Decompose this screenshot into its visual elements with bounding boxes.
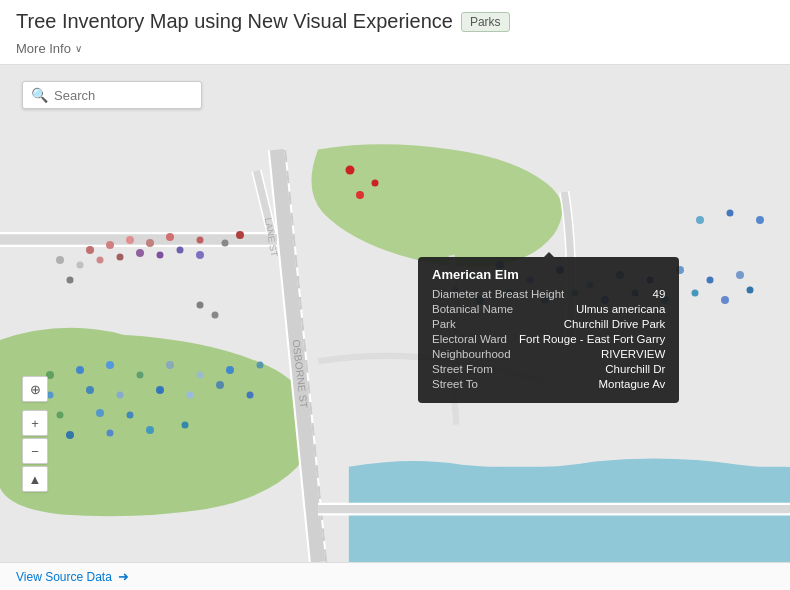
tree-dot[interactable] (146, 426, 154, 434)
tree-dot[interactable] (236, 231, 244, 239)
tooltip-row: ParkChurchill Drive Park (432, 318, 665, 330)
tooltip-value: Fort Rouge - East Fort Garry (519, 333, 665, 345)
tree-dot[interactable] (182, 422, 189, 429)
tree-dot[interactable] (222, 240, 229, 247)
tooltip-row: Diameter at Breast Height49 (432, 288, 665, 300)
tooltip-row: NeighbourhoodRIVERVIEW (432, 348, 665, 360)
tooltip-label: Electoral Ward (432, 333, 507, 345)
chevron-down-icon: ∨ (75, 43, 82, 54)
tree-dot[interactable] (721, 296, 729, 304)
tree-dot[interactable] (67, 277, 74, 284)
tooltip-row: Street FromChurchill Dr (432, 363, 665, 375)
tree-dot[interactable] (696, 216, 704, 224)
tree-dot[interactable] (107, 430, 114, 437)
view-source-link[interactable]: View Source Data (16, 570, 112, 584)
zoom-out-button[interactable]: − (22, 438, 48, 464)
tree-dot[interactable] (707, 277, 714, 284)
tooltip-value: 49 (653, 288, 666, 300)
arrow-icon: ➜ (118, 569, 129, 584)
tree-dot[interactable] (57, 412, 64, 419)
tree-dot[interactable] (692, 290, 699, 297)
tree-dot[interactable] (157, 252, 164, 259)
tree-info-tooltip: American Elm Diameter at Breast Height49… (418, 257, 679, 403)
tree-dot[interactable] (86, 386, 94, 394)
tooltip-row: Street ToMontague Av (432, 378, 665, 390)
tree-dot[interactable] (156, 386, 164, 394)
tree-dot[interactable] (212, 312, 219, 319)
tree-dot[interactable] (756, 216, 764, 224)
compass-button[interactable]: ⊕ (22, 376, 48, 402)
tree-dot[interactable] (197, 372, 204, 379)
more-info-toggle[interactable]: More Info ∨ (16, 37, 774, 64)
tooltip-row: Electoral WardFort Rouge - East Fort Gar… (432, 333, 665, 345)
tree-dot[interactable] (127, 412, 134, 419)
tree-dot[interactable] (727, 210, 734, 217)
tree-dot[interactable] (216, 381, 224, 389)
tree-dot[interactable] (346, 166, 355, 175)
tree-dot[interactable] (137, 372, 144, 379)
tree-dot[interactable] (177, 247, 184, 254)
map-container[interactable]: OSBORNE ST LANE ST 🔍 (0, 65, 790, 562)
tooltip-value: Churchill Dr (605, 363, 665, 375)
tree-dot[interactable] (166, 233, 174, 241)
tooltip-label: Street To (432, 378, 478, 390)
tree-dot[interactable] (356, 191, 364, 199)
tooltip-label: Diameter at Breast Height (432, 288, 564, 300)
tooltip-value: Ulmus americana (576, 303, 665, 315)
tree-dot[interactable] (86, 246, 94, 254)
tooltip-title: American Elm (432, 267, 665, 282)
parks-badge: Parks (461, 12, 510, 32)
tree-dot[interactable] (126, 236, 134, 244)
tooltip-value: RIVERVIEW (601, 348, 665, 360)
map-controls: ⊕ + − ▲ (22, 376, 48, 492)
page-title: Tree Inventory Map using New Visual Expe… (16, 10, 453, 33)
tree-dot[interactable] (117, 254, 124, 261)
tree-dot[interactable] (197, 302, 204, 309)
tree-dot[interactable] (196, 251, 204, 259)
tree-dot[interactable] (56, 256, 64, 264)
tree-dot[interactable] (117, 392, 124, 399)
header: Tree Inventory Map using New Visual Expe… (0, 0, 790, 65)
tree-dot[interactable] (372, 180, 379, 187)
tree-dot[interactable] (77, 262, 84, 269)
tree-dot[interactable] (736, 271, 744, 279)
tree-dot[interactable] (197, 237, 204, 244)
tree-dot[interactable] (106, 361, 114, 369)
search-box[interactable]: 🔍 (22, 81, 202, 109)
tooltip-value: Montague Av (598, 378, 665, 390)
search-input[interactable] (54, 88, 174, 103)
tooltip-label: Botanical Name (432, 303, 513, 315)
tree-dot[interactable] (106, 241, 114, 249)
tree-dot[interactable] (166, 361, 174, 369)
zoom-in-button[interactable]: + (22, 410, 48, 436)
tree-dot[interactable] (257, 362, 264, 369)
tree-dot[interactable] (747, 287, 754, 294)
tree-dot[interactable] (97, 257, 104, 264)
tree-dot[interactable] (146, 239, 154, 247)
tree-dot[interactable] (96, 409, 104, 417)
tooltip-value: Churchill Drive Park (564, 318, 666, 330)
tree-dot[interactable] (76, 366, 84, 374)
tree-dot[interactable] (247, 392, 254, 399)
tree-dot[interactable] (66, 431, 74, 439)
footer: View Source Data ➜ (0, 562, 790, 590)
tooltip-label: Neighbourhood (432, 348, 511, 360)
tooltip-label: Street From (432, 363, 493, 375)
tooltip-row: Botanical NameUlmus americana (432, 303, 665, 315)
tooltip-rows: Diameter at Breast Height49Botanical Nam… (432, 288, 665, 390)
tree-dot[interactable] (187, 392, 194, 399)
tree-dot[interactable] (136, 249, 144, 257)
reset-north-button[interactable]: ▲ (22, 466, 48, 492)
tree-dot[interactable] (226, 366, 234, 374)
tooltip-label: Park (432, 318, 456, 330)
search-icon: 🔍 (31, 87, 48, 103)
